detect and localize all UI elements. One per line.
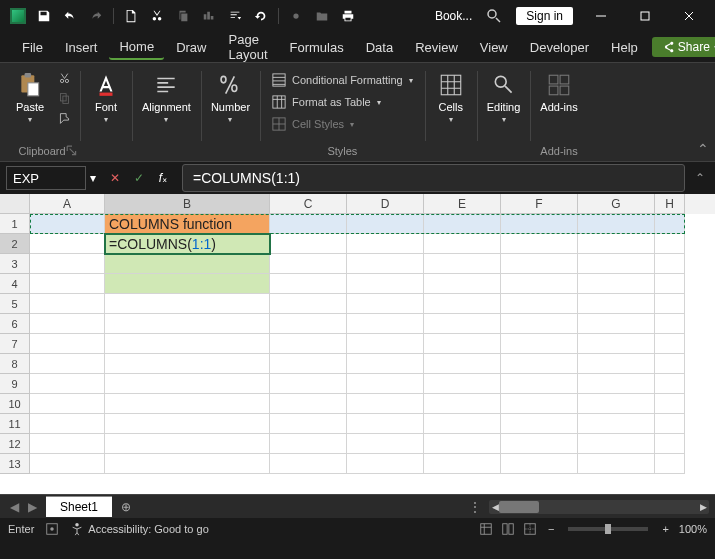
cell-F6[interactable] bbox=[501, 314, 578, 334]
cell-A7[interactable] bbox=[30, 334, 105, 354]
number-button[interactable]: Number ▾ bbox=[207, 69, 254, 126]
zoom-level[interactable]: 100% bbox=[679, 523, 707, 535]
cell-B10[interactable] bbox=[105, 394, 270, 414]
cell-C13[interactable] bbox=[270, 454, 347, 474]
row-header-11[interactable]: 11 bbox=[0, 414, 30, 434]
cell-H3[interactable] bbox=[655, 254, 685, 274]
cell-A13[interactable] bbox=[30, 454, 105, 474]
save-button[interactable] bbox=[32, 4, 56, 28]
menu-insert[interactable]: Insert bbox=[55, 36, 108, 59]
cell-H12[interactable] bbox=[655, 434, 685, 454]
cell-H4[interactable] bbox=[655, 274, 685, 294]
print-button[interactable] bbox=[336, 4, 360, 28]
cell-D1[interactable] bbox=[347, 214, 424, 234]
page-break-view-button[interactable] bbox=[522, 521, 538, 537]
sort-button[interactable] bbox=[223, 4, 247, 28]
cells-button[interactable]: Cells ▾ bbox=[431, 69, 471, 126]
share-button[interactable]: Share ▾ bbox=[652, 37, 715, 57]
name-box[interactable]: EXP bbox=[6, 166, 86, 190]
search-icon[interactable] bbox=[486, 8, 502, 24]
dialog-launcher-icon[interactable] bbox=[66, 145, 78, 157]
cell-H6[interactable] bbox=[655, 314, 685, 334]
cell-A4[interactable] bbox=[30, 274, 105, 294]
cell-G4[interactable] bbox=[578, 274, 655, 294]
cell-H5[interactable] bbox=[655, 294, 685, 314]
cell-C7[interactable] bbox=[270, 334, 347, 354]
cell-D4[interactable] bbox=[347, 274, 424, 294]
column-header-A[interactable]: A bbox=[30, 194, 105, 214]
cell-C9[interactable] bbox=[270, 374, 347, 394]
menu-developer[interactable]: Developer bbox=[520, 36, 599, 59]
row-header-8[interactable]: 8 bbox=[0, 354, 30, 374]
column-header-G[interactable]: G bbox=[578, 194, 655, 214]
cell-A12[interactable] bbox=[30, 434, 105, 454]
cell-D10[interactable] bbox=[347, 394, 424, 414]
cell-A11[interactable] bbox=[30, 414, 105, 434]
menu-home[interactable]: Home bbox=[109, 35, 164, 60]
row-header-5[interactable]: 5 bbox=[0, 294, 30, 314]
cell-F4[interactable] bbox=[501, 274, 578, 294]
cell-A2[interactable] bbox=[30, 234, 105, 254]
cell-H8[interactable] bbox=[655, 354, 685, 374]
cell-F1[interactable] bbox=[501, 214, 578, 234]
cell-F2[interactable] bbox=[501, 234, 578, 254]
cell-B8[interactable] bbox=[105, 354, 270, 374]
row-header-7[interactable]: 7 bbox=[0, 334, 30, 354]
cell-F13[interactable] bbox=[501, 454, 578, 474]
column-header-E[interactable]: E bbox=[424, 194, 501, 214]
cell-C5[interactable] bbox=[270, 294, 347, 314]
cell-E2[interactable] bbox=[424, 234, 501, 254]
menu-draw[interactable]: Draw bbox=[166, 36, 216, 59]
cell-G9[interactable] bbox=[578, 374, 655, 394]
cell-C10[interactable] bbox=[270, 394, 347, 414]
sheet-tab[interactable]: Sheet1 bbox=[46, 496, 112, 517]
cell-F10[interactable] bbox=[501, 394, 578, 414]
row-header-9[interactable]: 9 bbox=[0, 374, 30, 394]
cell-G13[interactable] bbox=[578, 454, 655, 474]
cell-G8[interactable] bbox=[578, 354, 655, 374]
accessibility-status[interactable]: Accessibility: Good to go bbox=[70, 522, 208, 536]
cell-G6[interactable] bbox=[578, 314, 655, 334]
menu-formulas[interactable]: Formulas bbox=[280, 36, 354, 59]
cell-D9[interactable] bbox=[347, 374, 424, 394]
sign-in-button[interactable]: Sign in bbox=[516, 7, 573, 25]
cell-G3[interactable] bbox=[578, 254, 655, 274]
cell-E1[interactable] bbox=[424, 214, 501, 234]
cell-H7[interactable] bbox=[655, 334, 685, 354]
redo-button[interactable] bbox=[84, 4, 108, 28]
column-header-B[interactable]: B bbox=[105, 194, 270, 214]
cell-B11[interactable] bbox=[105, 414, 270, 434]
chart-button[interactable] bbox=[197, 4, 221, 28]
cell-D6[interactable] bbox=[347, 314, 424, 334]
cell-B5[interactable] bbox=[105, 294, 270, 314]
cell-G11[interactable] bbox=[578, 414, 655, 434]
tab-scroll-menu[interactable]: ⋮ bbox=[469, 500, 481, 514]
cell-B1[interactable]: COLUMNS function bbox=[105, 214, 270, 234]
cell-D7[interactable] bbox=[347, 334, 424, 354]
cell-E11[interactable] bbox=[424, 414, 501, 434]
cell-E5[interactable] bbox=[424, 294, 501, 314]
row-header-1[interactable]: 1 bbox=[0, 214, 30, 234]
cell-E9[interactable] bbox=[424, 374, 501, 394]
column-header-F[interactable]: F bbox=[501, 194, 578, 214]
cell-B4[interactable] bbox=[105, 274, 270, 294]
cell-H13[interactable] bbox=[655, 454, 685, 474]
cell-D11[interactable] bbox=[347, 414, 424, 434]
zoom-in-button[interactable]: + bbox=[662, 523, 668, 535]
cell-E6[interactable] bbox=[424, 314, 501, 334]
close-button[interactable] bbox=[667, 0, 711, 32]
cell-B6[interactable] bbox=[105, 314, 270, 334]
editing-button[interactable]: Editing ▾ bbox=[483, 69, 525, 126]
cell-G5[interactable] bbox=[578, 294, 655, 314]
formula-bar-input[interactable]: =COLUMNS(1:1) bbox=[182, 164, 685, 192]
row-header-4[interactable]: 4 bbox=[0, 274, 30, 294]
row-header-10[interactable]: 10 bbox=[0, 394, 30, 414]
cell-A10[interactable] bbox=[30, 394, 105, 414]
row-header-6[interactable]: 6 bbox=[0, 314, 30, 334]
alignment-button[interactable]: Alignment ▾ bbox=[138, 69, 195, 126]
scrollbar-thumb[interactable] bbox=[499, 501, 539, 513]
cell-E4[interactable] bbox=[424, 274, 501, 294]
macro-record-icon[interactable] bbox=[44, 521, 60, 537]
cell-B7[interactable] bbox=[105, 334, 270, 354]
cell-G7[interactable] bbox=[578, 334, 655, 354]
